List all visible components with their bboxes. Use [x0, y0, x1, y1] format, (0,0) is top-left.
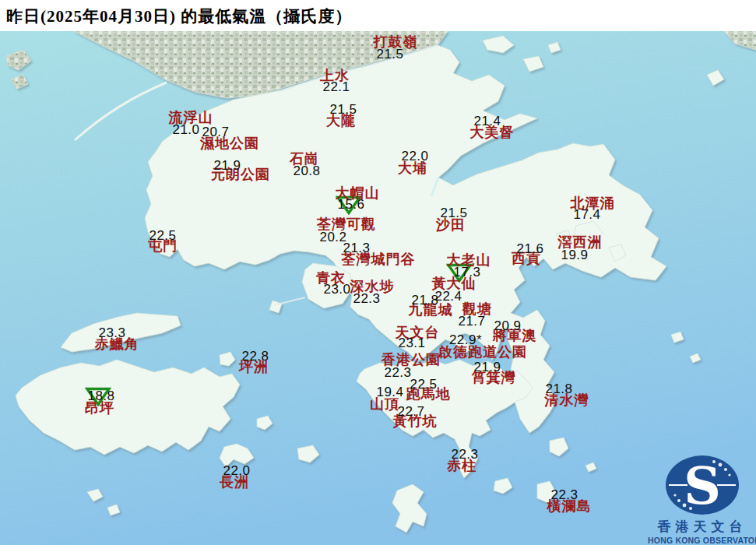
map-title: 昨日(2025年04月30日) 的最低氣溫（攝氏度）: [6, 5, 352, 27]
weather-map-screenshot: 打鼓嶺21.5上水22.1大隴21.5流浮山21.0濕地公園20.7元朗公園21…: [0, 0, 756, 545]
hko-logo-chinese-name: 香港天文台: [648, 518, 756, 536]
hko-logo-icon: S: [659, 453, 746, 517]
title-bar: 昨日(2025年04月30日) 的最低氣溫（攝氏度）: [0, 0, 756, 31]
hko-logo-english-name: HONG KONG OBSERVATORY: [648, 536, 756, 545]
hko-logo: S 香港天文台 HONG KONG OBSERVATORY: [648, 453, 756, 545]
hong-kong-map: [0, 0, 756, 545]
svg-text:S: S: [684, 455, 721, 516]
